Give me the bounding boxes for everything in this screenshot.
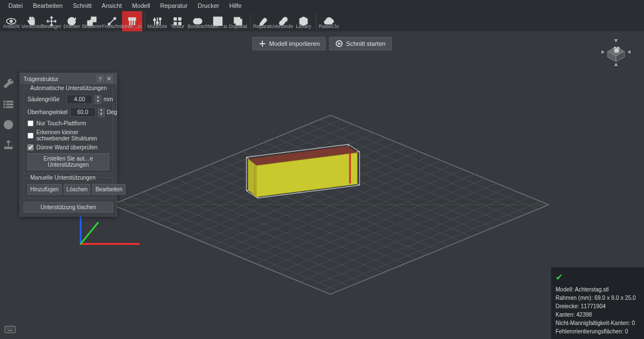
tool-label: Skalieren xyxy=(82,23,102,31)
edge-count: 42398 xyxy=(576,312,592,318)
svg-rect-98 xyxy=(12,328,13,329)
stepper-up-icon[interactable]: ▲ xyxy=(98,108,105,112)
nav-cube[interactable] xyxy=(599,35,633,68)
tool-label: Verbinden xyxy=(273,23,293,31)
svg-rect-94 xyxy=(5,326,15,333)
menu-schnitt[interactable]: Schnitt xyxy=(68,2,97,9)
manual-group-title: Manuelle Unterstützungen xyxy=(29,175,97,181)
model-name: Achterstag.stl xyxy=(575,286,609,293)
svg-rect-3 xyxy=(91,17,96,22)
pillar-size-input[interactable] xyxy=(67,95,92,104)
flipped-count: 0 xyxy=(625,328,628,335)
menu-hilfe[interactable]: Hilfe xyxy=(224,2,246,9)
svg-rect-96 xyxy=(8,328,10,329)
stepper-up-icon[interactable]: ▲ xyxy=(95,95,101,100)
svg-rect-87 xyxy=(7,106,13,108)
model-bounds: 69.0 x 8.0 x 25.0 xyxy=(594,295,636,301)
add-support-button[interactable]: Hinzufügen xyxy=(27,184,62,195)
menu-ansicht[interactable]: Ansicht xyxy=(97,2,127,9)
panel-titlebar[interactable]: Trägerstruktur ? ✕ xyxy=(20,73,116,84)
edit-support-button[interactable]: Bearbeiten xyxy=(92,184,125,195)
viewport[interactable]: Modell importieren Schnitt starten xyxy=(0,31,644,339)
model-info-panel: ✔ Modell: Achterstag.stl Rahmen (mm): 69… xyxy=(551,267,644,339)
chevron-down-icon xyxy=(614,63,618,66)
clear-supports-button[interactable]: Unterstützung löschen xyxy=(24,202,113,213)
model-object[interactable] xyxy=(246,144,360,198)
tool-label: Duplikat xyxy=(228,23,248,31)
svg-rect-95 xyxy=(6,328,7,329)
svg-rect-85 xyxy=(7,103,13,105)
export-icon[interactable] xyxy=(2,139,15,151)
menu-datei[interactable]: Datei xyxy=(3,2,28,9)
touch-platform-check[interactable]: Nur Touch-Plattform xyxy=(27,120,109,126)
svg-point-15 xyxy=(159,18,161,20)
help-icon[interactable]: ? xyxy=(96,75,104,83)
svg-marker-81 xyxy=(338,42,341,45)
tool-label: Boolesche xyxy=(188,23,208,31)
tool-label: Unte…zung xyxy=(122,23,142,31)
svg-line-68 xyxy=(81,223,98,244)
pillar-size-label: Säulengröße xyxy=(27,96,64,102)
tool-label: Drehen xyxy=(62,23,82,31)
svg-rect-6 xyxy=(128,17,136,20)
toolbar-labels: AnsichtVerschiebenBewegenDrehenSkalieren… xyxy=(0,23,644,31)
triangle-count: 11771904 xyxy=(581,303,606,309)
svg-rect-17 xyxy=(179,17,181,20)
svg-line-58 xyxy=(162,182,381,272)
pillar-unit: mm xyxy=(104,96,113,102)
tool-label: RaiseCloud xyxy=(319,23,339,31)
check-icon: ✔ xyxy=(556,271,640,284)
thin-wall-check[interactable]: Dünne Wand überprüfen xyxy=(27,144,109,150)
svg-rect-97 xyxy=(10,328,11,329)
svg-rect-84 xyxy=(4,103,5,105)
delete-support-button[interactable]: Löschen xyxy=(64,184,91,195)
auto-group-title: Automatische Unterstützungen xyxy=(29,85,109,91)
svg-line-59 xyxy=(151,187,370,276)
left-sidebar xyxy=(0,76,17,151)
svg-rect-99 xyxy=(7,330,13,331)
wrench-icon[interactable] xyxy=(2,78,15,91)
detect-small-check[interactable]: Erkennen kleiner schwebender Strukturen xyxy=(27,129,109,142)
chevron-right-icon xyxy=(627,50,631,54)
overhang-angle-input[interactable] xyxy=(70,107,96,117)
menu-modell[interactable]: Modell xyxy=(127,2,155,9)
svg-line-43 xyxy=(325,200,543,290)
svg-line-40 xyxy=(291,187,510,276)
tool-label: Bewegen xyxy=(41,23,62,31)
list-icon[interactable] xyxy=(2,98,15,111)
menu-bearbeiten[interactable]: Bearbeiten xyxy=(28,2,68,9)
slice-label: Schnitt starten xyxy=(346,40,385,47)
chevron-up-icon xyxy=(614,39,618,43)
svg-line-38 xyxy=(269,178,487,267)
tool-label: Textur xyxy=(167,23,188,31)
tool-label: Verschieben xyxy=(21,23,41,31)
create-auto-supports-button[interactable]: Erstellen Sie aut…e Unterstützungen xyxy=(27,153,109,170)
import-model-button[interactable]: Modell importieren xyxy=(253,37,326,50)
svg-rect-83 xyxy=(7,101,13,102)
stepper-down-icon[interactable]: ▼ xyxy=(98,112,105,117)
angle-unit: Deg xyxy=(107,109,117,115)
tool-label: Ansicht xyxy=(1,23,21,31)
support-panel: Trägerstruktur ? ✕ Automatische Unterstü… xyxy=(20,73,117,216)
import-label: Modell importieren xyxy=(269,40,320,47)
play-circle-icon[interactable] xyxy=(2,119,15,131)
tool-label: Freischnitt xyxy=(102,23,122,31)
start-slice-button[interactable]: Schnitt starten xyxy=(329,37,391,50)
menubar: DateiBearbeitenSchnittAnsichtModellRepar… xyxy=(0,0,644,11)
menu-drucker[interactable]: Drucker xyxy=(193,2,225,9)
svg-point-5 xyxy=(114,17,115,19)
svg-line-61 xyxy=(129,196,347,285)
tool-label: Reparatur xyxy=(253,23,273,31)
tool-label: Modifizier xyxy=(147,23,167,31)
center-action-buttons: Modell importieren Schnitt starten xyxy=(253,37,392,50)
menu-reparatur[interactable]: Reparatur xyxy=(155,2,193,9)
close-icon[interactable]: ✕ xyxy=(105,75,113,83)
stepper-down-icon[interactable]: ▼ xyxy=(95,100,101,104)
svg-rect-82 xyxy=(4,101,5,102)
non-manifold-count: 0 xyxy=(632,320,635,326)
tool-label: Library xyxy=(293,23,314,31)
tool-label: Maxi…sung xyxy=(208,23,228,31)
svg-point-1 xyxy=(10,20,13,23)
keyboard-icon[interactable] xyxy=(4,326,16,333)
chevron-left-icon xyxy=(601,50,605,54)
